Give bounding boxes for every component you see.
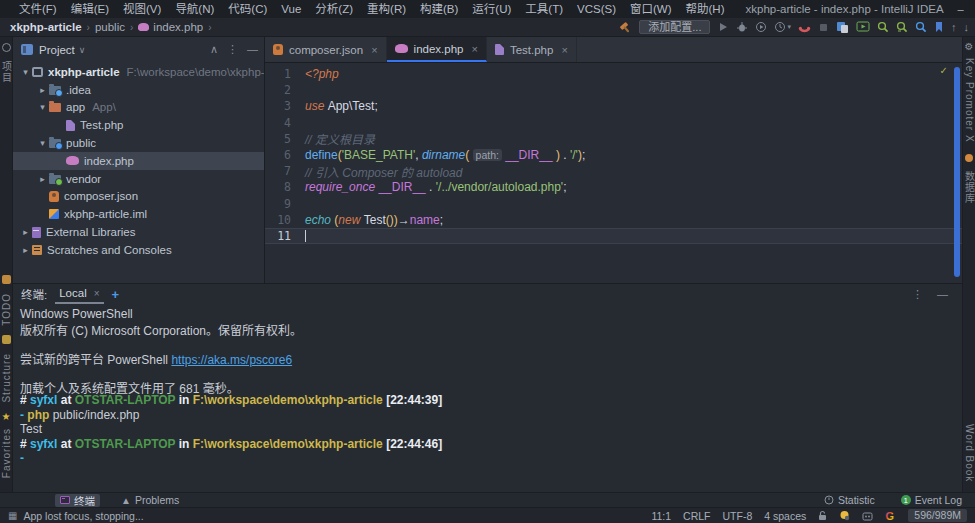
toolwindow-button-terminal[interactable]: 终端: [55, 494, 100, 507]
stop-phone-icon[interactable]: [798, 21, 811, 33]
toolwindow-button-favorites[interactable]: Favorites: [1, 428, 12, 478]
search-green-icon[interactable]: [877, 21, 889, 33]
menu-item[interactable]: 文件(F): [12, 0, 64, 18]
breadcrumb-item[interactable]: xkphp-article: [10, 21, 82, 33]
toolwindow-button-statistic[interactable]: Statistic: [819, 494, 880, 507]
menu-item[interactable]: 代码(C): [221, 0, 274, 18]
menu-item[interactable]: 编辑(E): [64, 0, 116, 18]
search-everywhere-icon[interactable]: [915, 21, 927, 33]
close-icon[interactable]: ×: [561, 44, 567, 56]
tree-item[interactable]: ▾appApp\: [13, 99, 264, 117]
toolwindow-button-project[interactable]: 项目: [0, 61, 14, 83]
breadcrumb-item[interactable]: public: [95, 21, 125, 33]
minimize-button[interactable]: –: [944, 0, 975, 18]
editor-body[interactable]: 1<?php23use App\Test;45// 定义根目录6define('…: [265, 63, 962, 283]
run-icon[interactable]: [717, 21, 729, 33]
chevron-down-icon[interactable]: ∨: [79, 45, 86, 55]
chevron-icon[interactable]: ▸: [19, 245, 32, 255]
toolwindow-button-wordbook[interactable]: Word Book: [964, 424, 975, 482]
menu-item[interactable]: 导航(N): [168, 0, 221, 18]
close-icon[interactable]: ×: [471, 43, 477, 55]
menu-item[interactable]: 视图(V): [116, 0, 168, 18]
line-ending[interactable]: CRLF: [683, 510, 710, 522]
breadcrumb-item[interactable]: index.php: [153, 21, 203, 33]
chevron-icon[interactable]: ▾: [36, 138, 49, 148]
menu-item[interactable]: 帮助(H): [679, 0, 732, 18]
chevron-icon[interactable]: ▸: [36, 174, 49, 184]
menu-item[interactable]: VCS(S): [570, 0, 623, 18]
editor-tab[interactable]: Test.php×: [487, 37, 577, 62]
toolwindow-button-todo[interactable]: TODO: [1, 293, 12, 326]
search-replace-icon[interactable]: [896, 21, 908, 33]
file-encoding[interactable]: UTF-8: [723, 510, 753, 522]
menu-item[interactable]: Vue: [274, 0, 308, 18]
database-toolwindow-icon[interactable]: [965, 151, 973, 165]
tree-item[interactable]: ▾xkphp-articleF:\workspace\demo\xkphp-ar…: [13, 63, 264, 81]
tree-item[interactable]: Test.php: [13, 116, 264, 134]
run-configuration-select[interactable]: 添加配置...: [639, 20, 710, 34]
tree-item[interactable]: ▸vendor: [13, 170, 264, 188]
menu-item[interactable]: 重构(R): [360, 0, 413, 18]
project-toolwindow-icon[interactable]: [2, 41, 11, 55]
tree-item[interactable]: xkphp-article.iml: [13, 205, 264, 223]
navigate-down-icon[interactable]: ↓: [964, 21, 970, 34]
tree-item-name: composer.json: [64, 190, 138, 202]
indent-setting[interactable]: 4 spaces: [764, 510, 806, 522]
toolwindow-button-problems[interactable]: ▲ Problems: [116, 494, 184, 507]
toolwindow-switcher-icon[interactable]: ▦: [8, 510, 17, 521]
toolwindow-button-database[interactable]: 数据库: [962, 171, 975, 204]
new-session-icon[interactable]: +: [112, 287, 120, 302]
close-icon[interactable]: ×: [371, 44, 377, 56]
project-view-title[interactable]: Project: [39, 44, 75, 56]
favorites-star-icon[interactable]: ★: [2, 411, 11, 422]
chevron-icon[interactable]: ▾: [36, 102, 49, 112]
editor-tab[interactable]: index.php×: [387, 37, 487, 62]
navigate-up-icon[interactable]: ↑: [951, 21, 957, 34]
stop-icon[interactable]: [818, 22, 829, 33]
collapse-all-icon[interactable]: ∧: [210, 43, 218, 56]
tree-item[interactable]: ▸External Libraries: [13, 223, 264, 241]
chevron-icon[interactable]: ▸: [36, 85, 49, 95]
debug-icon[interactable]: [736, 21, 748, 33]
menu-item[interactable]: 工具(T): [518, 0, 570, 18]
caret-position[interactable]: 11:1: [651, 510, 671, 522]
tree-item[interactable]: ▸.idea: [13, 81, 264, 99]
toolwindow-button-structure[interactable]: Structure: [1, 353, 12, 403]
run-with-coverage-icon[interactable]: ▾: [774, 21, 791, 33]
chevron-icon[interactable]: ▾: [19, 67, 32, 77]
paste-search-icon[interactable]: [836, 21, 849, 34]
menu-item[interactable]: 分析(Z): [308, 0, 360, 18]
editor-scrollbar[interactable]: [954, 67, 960, 277]
editor-tab[interactable]: composer.json×: [265, 37, 387, 62]
robot-icon[interactable]: [862, 511, 873, 521]
menu-item[interactable]: 窗口(W): [623, 0, 679, 18]
menu-item[interactable]: 构建(B): [413, 0, 465, 18]
gear-icon[interactable]: ⚙: [965, 41, 974, 52]
menu-item[interactable]: 运行(U): [465, 0, 518, 18]
tree-item[interactable]: composer.json: [13, 188, 264, 206]
chevron-icon[interactable]: ▸: [19, 227, 32, 237]
options-menu-icon[interactable]: ⋮: [912, 288, 923, 301]
tree-item[interactable]: ▾public: [13, 134, 264, 152]
notification-bell-icon[interactable]: [839, 510, 850, 521]
toolwindow-button-eventlog[interactable]: 1 Event Log: [896, 494, 967, 507]
build-hammer-icon[interactable]: [619, 21, 632, 34]
memory-indicator[interactable]: 596/989M: [908, 509, 967, 522]
options-menu-icon[interactable]: ⋮: [227, 43, 238, 56]
hide-panel-icon[interactable]: —: [247, 43, 258, 56]
google-grazie-icon[interactable]: G: [885, 510, 896, 521]
tree-item[interactable]: ▸Scratches and Consoles: [13, 241, 264, 259]
terminal-tab-local[interactable]: Local ×: [55, 284, 103, 304]
todo-toolwindow-icon[interactable]: [2, 273, 11, 287]
terminal-output[interactable]: Windows PowerShell版权所有 (C) Microsoft Cor…: [13, 304, 962, 492]
profiler-icon[interactable]: [755, 21, 767, 33]
close-icon[interactable]: ×: [94, 288, 100, 299]
hide-panel-icon[interactable]: —: [937, 288, 948, 301]
tree-item[interactable]: index.php: [13, 152, 264, 170]
bookmark-icon[interactable]: [934, 21, 944, 33]
structure-toolwindow-icon[interactable]: [2, 333, 11, 347]
run-anything-icon[interactable]: [856, 21, 870, 33]
toolwindow-button-key-promoter[interactable]: Key Promoter X: [964, 58, 975, 143]
inspections-ok-icon[interactable]: ✓: [940, 65, 948, 76]
lock-icon[interactable]: [818, 510, 827, 521]
